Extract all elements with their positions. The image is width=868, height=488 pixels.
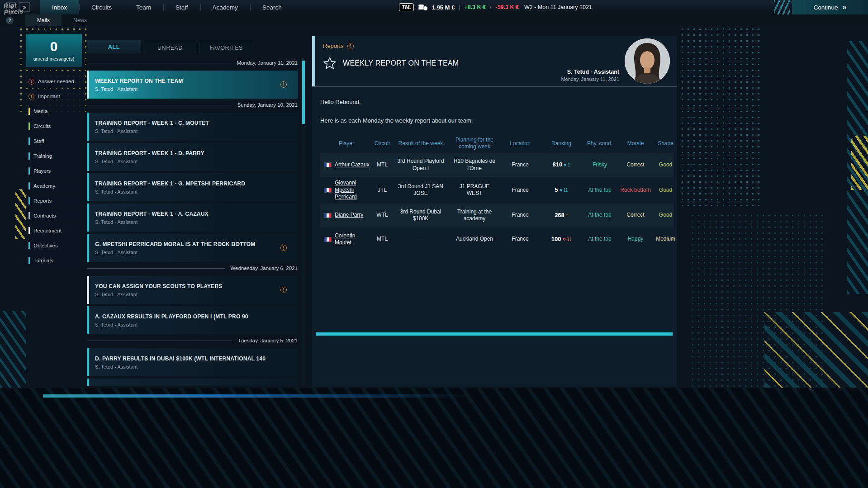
group-date: Wednesday, January 6, 2021 [230,265,298,271]
mail-item[interactable]: D. PARRY RESULTS IN DUBAI $100K (WTL INT… [87,348,298,376]
nav-tab-team[interactable]: Team [124,0,163,14]
france-flag-icon [324,188,332,193]
alert-icon [280,287,287,293]
sender-name: S. Tetud - Assistant [561,69,619,75]
divider [87,105,232,105]
cell-ranking: 100 31 [541,227,582,251]
sidebar-item-academy[interactable]: Academy [26,180,82,192]
mail-item[interactable]: G. MPETSHI PERRICARD MORAL IS AT THE ROC… [87,234,298,262]
cell-planning: J1 PRAGUE WEST [450,177,499,204]
sender-block: S. Tetud - Assistant Monday, January 11,… [561,69,619,82]
riot-pixels-watermark: Riot Pixels [3,2,24,16]
col-header-player: Player [320,134,373,153]
sidebar-item-tutorials[interactable]: Tutorials [26,254,82,267]
player-link[interactable]: Giovanni Mpetshi Perricard [335,180,371,201]
rank-change: - [566,212,568,219]
mail-accent-bar [87,348,89,376]
scrollbar-thumb[interactable] [302,61,305,124]
sidebar-item-objectives[interactable]: Objectives [26,239,82,252]
decor-bottom-band-stripes [0,388,868,488]
cell-location: France [499,177,541,204]
tab-unread[interactable]: UNREAD [143,42,197,53]
nav-tab-academy[interactable]: Academy [200,0,250,14]
mail-item[interactable]: TRAINING REPORT - WEEK 1 - G. MPETSHI PE… [87,173,298,201]
mail-item[interactable]: TRAINING REPORT - WEEK 1 - A. CAZAUX S. … [87,204,298,232]
sidebar-item-reports[interactable]: Reports [26,194,82,207]
date-separator: Sunday, January 10, 2021 [87,101,298,109]
mail-list-scrollbar[interactable] [302,59,305,386]
tab-mails[interactable]: Mails [25,14,62,26]
cell-player: Giovanni Mpetshi Perricard [320,177,373,204]
sidebar-item-label: Training [33,153,52,159]
category-color-bar [28,257,30,264]
cell-shape: Good [653,204,678,227]
nav-tab-circuits[interactable]: Circuits [79,0,124,14]
mail-sender: S. Tetud - Assistant [95,189,245,194]
cell-phy-cond: At the top [582,227,618,251]
mail-accent-bar [87,234,89,262]
category-color-bar [28,182,30,190]
mail-item[interactable]: WEEKLY REPORT ON THE TEAM S. Tetud - Ass… [87,71,298,99]
table-row: Diane Parry WTL 3rd Round Dubai $100K Tr… [320,204,674,227]
mail-title: G. MPETSHI PERRICARD MORAL IS AT THE ROC… [95,241,256,247]
sidebar-item-answer-needed[interactable]: Answer needed [26,75,82,88]
tab-news[interactable]: News [62,14,99,26]
col-header-phy-cond: Phy. cond. [582,134,618,153]
greeting-text: Hello Rebound, [320,99,674,105]
group-date: Sunday, January 10, 2021 [237,102,298,108]
mail-filter-tabs: ALL UNREAD FAVORITES [87,40,306,53]
tab-all[interactable]: ALL [87,40,141,53]
sidebar-item-media[interactable]: Media [26,105,82,118]
sidebar-item-contracts[interactable]: Contracts [26,209,82,222]
player-link[interactable]: Diane Parry [335,212,363,219]
nav-tab-staff[interactable]: Staff [163,0,200,14]
player-link[interactable]: Arthur Cazaux [335,161,370,169]
sidebar-item-label: Academy [33,183,55,189]
france-flag-icon [324,237,332,242]
category-color-bar [28,197,30,204]
sidebar-item-staff[interactable]: Staff [26,135,82,147]
cell-result: - [392,227,450,251]
mail-accent-bar [87,306,89,334]
cell-player: Arthur Cazaux [320,153,373,177]
alert-icon [347,43,354,49]
favorite-star-icon[interactable] [323,57,337,70]
cell-morale: Correct [618,153,653,177]
tab-favorites[interactable]: FAVORITES [199,42,253,53]
sidebar-item-important[interactable]: Important [26,90,82,103]
player-link[interactable]: Corentin Moutet [335,232,371,246]
continue-button[interactable]: Continue » [792,0,868,14]
unread-counter: 0 unread message(s) [26,34,82,67]
sidebar-item-training[interactable]: Training [26,150,82,162]
avatar [625,38,670,84]
group-date: Monday, January 11, 2021 [237,60,298,66]
mail-item-partial[interactable] [87,379,298,386]
mail-item[interactable]: A. CAZAUX RESULTS IN PLAYFORD OPEN I (MT… [87,306,298,334]
mail-item[interactable]: TRAINING REPORT - WEEK 1 - C. MOUTET S. … [87,113,298,141]
mail-sender: S. Tetud - Assistant [95,219,209,225]
category-color-bar [28,167,30,175]
weekly-income: +8.3 K € [464,4,486,10]
mail-accent-bar [87,71,89,99]
sidebar-item-recruitment[interactable]: Recruitment [26,224,82,237]
mail-item[interactable]: TRAINING REPORT - WEEK 1 - D. PARRY S. T… [87,143,298,171]
game-date: W2 - Mon 11 January 2021 [524,0,592,14]
mail-category-label: Reports [323,43,344,49]
sidebar-item-players[interactable]: Players [26,165,82,177]
weekly-expense: -59.3 K € [495,4,518,10]
mail-title: D. PARRY RESULTS IN DUBAI $100K (WTL INT… [95,355,266,362]
divider [87,268,225,269]
cell-location: France [499,204,541,227]
sidebar-item-circuits[interactable]: Circuits [26,120,82,133]
nav-tab-inbox[interactable]: Inbox [40,0,79,14]
mail-list: Monday, January 11, 2021 WEEKLY REPORT O… [87,59,306,386]
france-flag-icon [324,213,332,218]
sidebar-item-label: Objectives [33,243,58,248]
reader-scrollbar[interactable] [316,332,673,336]
help-icon[interactable]: ? [6,17,14,24]
mail-item[interactable]: YOU CAN ASSIGN YOUR SCOUTS TO PLAYERS S.… [87,276,298,304]
coins-icon [418,4,428,11]
nav-tab-search[interactable]: Search [250,0,294,14]
mail-sender: S. Tetud - Assistant [95,128,209,134]
cell-player: Diane Parry [320,204,373,227]
